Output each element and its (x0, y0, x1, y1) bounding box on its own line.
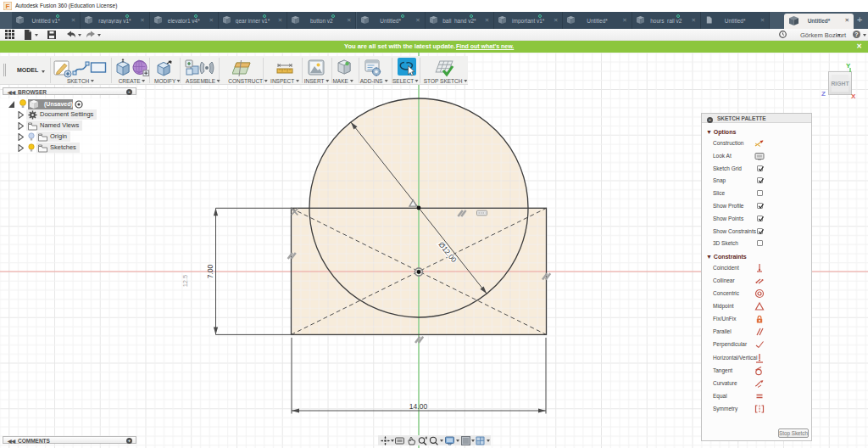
svg-text:7.00: 7.00 (206, 264, 214, 278)
svg-text:F: F (6, 3, 10, 10)
svg-text:12.5: 12.5 (181, 275, 189, 288)
svg-text:14.00: 14.00 (409, 402, 428, 411)
